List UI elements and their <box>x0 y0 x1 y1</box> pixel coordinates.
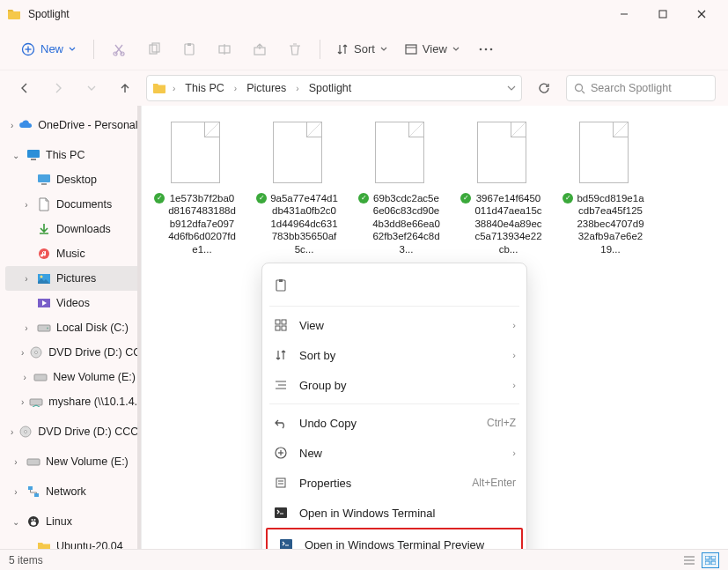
file-item[interactable]: ✓bd59cd819e1acdb7ea45f125238bec4707d932a… <box>563 122 645 255</box>
sidebar-item-videos[interactable]: Videos <box>5 291 141 315</box>
context-item-new[interactable]: New › <box>262 438 526 468</box>
details-view-button[interactable] <box>680 552 698 568</box>
svg-rect-58 <box>276 478 285 487</box>
back-button[interactable] <box>12 76 37 100</box>
sync-status-icon: ✓ <box>460 193 471 204</box>
breadcrumb-segment[interactable]: Pictures <box>243 80 290 96</box>
search-placeholder: Search Spotlight <box>591 82 672 94</box>
copy-button[interactable] <box>138 33 170 65</box>
breadcrumb-segment[interactable]: Spotlight <box>305 80 356 96</box>
sidebar-item-onedrive[interactable]: ›OneDrive - Personal <box>5 113 141 137</box>
context-item-view[interactable]: View › <box>262 310 526 340</box>
file-item[interactable]: ✓1e573b7f2ba0d8167483188db912dfa7e0974d6… <box>154 122 237 255</box>
group-icon <box>273 379 289 391</box>
context-item-properties[interactable]: Properties Alt+Enter <box>262 468 526 498</box>
nav-row: › This PC › Pictures › Spotlight Search … <box>0 70 728 106</box>
recent-dropdown[interactable] <box>79 76 104 100</box>
paste-button[interactable] <box>273 278 289 292</box>
document-icon <box>37 197 51 211</box>
sidebar-item-desktop[interactable]: Desktop <box>5 167 141 192</box>
up-button[interactable] <box>113 76 137 100</box>
new-button[interactable]: New <box>12 37 85 62</box>
svg-rect-36 <box>30 399 42 405</box>
video-icon <box>37 296 51 310</box>
cloud-icon <box>18 118 33 132</box>
svg-rect-72 <box>705 561 710 565</box>
delete-button[interactable] <box>279 33 311 65</box>
context-item-open-terminal[interactable]: Open in Windows Terminal <box>262 498 526 528</box>
sidebar-item-downloads[interactable]: Downloads <box>5 217 141 241</box>
chevron-right-icon: › <box>232 84 239 93</box>
svg-rect-25 <box>38 174 50 182</box>
forward-button[interactable] <box>46 76 70 100</box>
file-item[interactable]: ✓69b3cdc2ac5e6e06c83cd90e4b3dd8e66ea062f… <box>358 122 441 255</box>
maximize-button[interactable] <box>643 0 682 28</box>
share-button[interactable] <box>244 33 276 65</box>
chevron-down-icon <box>380 46 387 53</box>
context-item-sortby[interactable]: Sort by › <box>262 340 526 370</box>
plus-circle-icon <box>273 447 289 459</box>
chevron-right-icon: › <box>512 320 516 330</box>
file-icon <box>579 122 629 183</box>
sidebar-item-myshare[interactable]: ›myshare (\\10.1.4.173) ( <box>5 389 141 414</box>
svg-rect-24 <box>31 159 36 160</box>
refresh-button[interactable] <box>531 75 557 101</box>
file-icon <box>171 122 220 183</box>
view-dropdown[interactable]: View <box>398 37 467 61</box>
svg-point-19 <box>485 48 488 50</box>
file-icon <box>375 122 424 183</box>
cut-button[interactable] <box>103 33 135 65</box>
folder-icon <box>7 8 21 20</box>
chevron-right-icon: › <box>512 350 516 360</box>
sync-status-icon: ✓ <box>256 193 267 204</box>
paste-button[interactable] <box>173 33 205 65</box>
view-icon <box>405 43 417 56</box>
separator <box>269 306 519 307</box>
properties-icon <box>273 477 289 489</box>
search-box[interactable]: Search Spotlight <box>566 75 716 101</box>
sidebar-item-network[interactable]: ›Network <box>5 479 141 504</box>
more-button[interactable] <box>470 33 502 65</box>
sort-label: Sort <box>354 42 375 56</box>
svg-rect-16 <box>406 45 416 54</box>
svg-rect-26 <box>41 183 47 185</box>
desktop-icon <box>37 173 51 187</box>
file-item[interactable]: ✓9a5a77e474d1db431a0fb2c01d44964dc631783… <box>256 122 339 255</box>
sidebar-item-dvd-d-root[interactable]: ›DVD Drive (D:) CCCOMA <box>5 419 141 444</box>
address-bar[interactable]: › This PC › Pictures › Spotlight <box>146 75 522 101</box>
rename-button[interactable] <box>209 33 240 65</box>
sidebar-item-dvd-d[interactable]: ›DVD Drive (D:) CCCOMA <box>5 340 141 365</box>
icons-view-button[interactable] <box>702 552 719 568</box>
chevron-down-icon[interactable] <box>507 84 516 93</box>
svg-point-20 <box>490 48 493 50</box>
svg-rect-40 <box>28 486 33 490</box>
sidebar-item-ubuntu[interactable]: Ubuntu-20.04 <box>5 534 141 549</box>
svg-rect-70 <box>705 556 710 559</box>
svg-rect-35 <box>34 374 47 381</box>
sidebar-item-local-disk-c[interactable]: ›Local Disk (C:) <box>5 315 141 340</box>
sidebar-item-new-volume-e[interactable]: ›New Volume (E:) <box>5 365 141 389</box>
sidebar-item-new-volume-e-root[interactable]: ›New Volume (E:) <box>5 449 141 474</box>
sidebar-item-linux[interactable]: ⌄Linux <box>5 509 141 534</box>
sidebar-item-thispc[interactable]: ⌄This PC <box>5 143 141 167</box>
context-menu: View › Sort by › Group by › Undo Copy Ct… <box>261 263 527 570</box>
toolbar: New Sort View <box>0 28 728 70</box>
context-item-groupby[interactable]: Group by › <box>262 370 526 400</box>
svg-rect-73 <box>711 561 716 565</box>
svg-point-44 <box>32 519 33 521</box>
minimize-button[interactable] <box>605 0 643 28</box>
monitor-icon <box>26 148 40 162</box>
folder-icon <box>152 82 166 94</box>
sidebar-item-pictures[interactable]: ›Pictures <box>5 266 141 291</box>
status-bar: 5 items <box>0 549 728 570</box>
context-item-undo[interactable]: Undo Copy Ctrl+Z <box>262 408 526 438</box>
breadcrumb-segment[interactable]: This PC <box>181 80 227 96</box>
svg-point-21 <box>576 84 583 91</box>
sidebar-item-music[interactable]: Music <box>5 241 141 266</box>
sidebar-item-documents[interactable]: ›Documents <box>5 192 141 217</box>
close-button[interactable] <box>682 0 721 28</box>
chevron-right-icon: › <box>293 84 301 93</box>
sort-dropdown[interactable]: Sort <box>329 37 394 61</box>
file-item[interactable]: ✓3967e14f6450011d47aea15c38840e4a89ecc5a… <box>460 122 543 255</box>
music-icon <box>37 247 51 261</box>
